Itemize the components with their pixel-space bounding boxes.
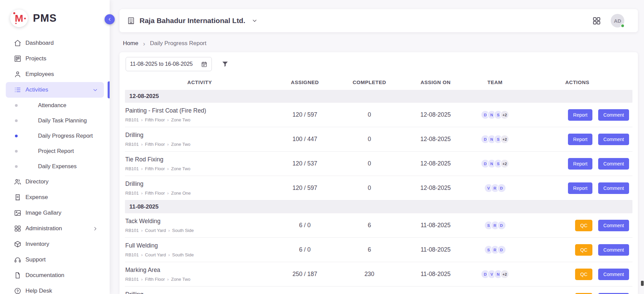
path-part: Zone Two bbox=[171, 142, 190, 147]
team-avatars: DNS+2 bbox=[468, 135, 522, 144]
company-selector[interactable]: Raja Bahadur International Ltd. bbox=[127, 17, 258, 25]
sidebar-item-support[interactable]: Support bbox=[6, 252, 104, 268]
user-avatar[interactable]: AD bbox=[611, 14, 624, 27]
bullet-dot-icon bbox=[15, 165, 18, 168]
path-separator-icon: › bbox=[141, 277, 143, 281]
date-group-header: 12-08-2025 bbox=[125, 90, 632, 103]
avatar-initials: AD bbox=[614, 18, 621, 24]
qc-button[interactable]: QC bbox=[575, 244, 592, 256]
path-separator-icon: › bbox=[141, 228, 143, 233]
sidebar-subitem-daily-task-planning[interactable]: Daily Task Planning bbox=[0, 113, 110, 128]
table-row: Full Welding RB101›Court Yard›South Side… bbox=[125, 238, 632, 262]
activity-path: RB101›Fifth Floor›Zone Two bbox=[125, 277, 268, 282]
sidebar-subitem-label: Attendance bbox=[38, 102, 66, 109]
scrollbar-thumb[interactable] bbox=[641, 281, 644, 286]
sidebar-item-inventory[interactable]: Inventory bbox=[6, 236, 104, 252]
comment-button[interactable]: Comment bbox=[598, 220, 629, 231]
sidebar-item-expense[interactable]: Expense bbox=[6, 190, 104, 205]
comment-button[interactable]: Comment bbox=[598, 158, 629, 170]
row-actions: ReportComment bbox=[522, 109, 632, 121]
sidebar-collapse-button[interactable] bbox=[105, 14, 115, 24]
activity-title: Drilling bbox=[125, 180, 268, 188]
comment-button[interactable]: Comment bbox=[598, 109, 629, 121]
team-avatars: DNS+2 bbox=[468, 110, 522, 119]
report-button[interactable]: Report bbox=[568, 109, 592, 121]
path-separator-icon: › bbox=[168, 253, 170, 257]
sidebar-subitem-daily-progress-report[interactable]: Daily Progress Report bbox=[0, 128, 110, 143]
projects-icon bbox=[14, 55, 21, 62]
online-status-dot bbox=[621, 24, 625, 28]
report-button[interactable]: Report bbox=[568, 158, 592, 170]
administration-icon bbox=[14, 225, 21, 232]
assigned-value: 100 / 447 bbox=[274, 136, 335, 143]
report-button[interactable]: Report bbox=[568, 134, 592, 145]
path-part: RB101 bbox=[125, 191, 139, 196]
team-extra-count[interactable]: +2 bbox=[500, 110, 509, 119]
comment-button[interactable]: Comment bbox=[598, 244, 629, 256]
bullet-dot-icon bbox=[15, 150, 18, 153]
sidebar-item-directory[interactable]: Directory bbox=[6, 174, 104, 190]
qc-button[interactable]: QC bbox=[575, 220, 592, 231]
breadcrumb-separator-icon: › bbox=[143, 40, 145, 47]
group-date: 11-08-2025 bbox=[129, 203, 159, 210]
apps-grid-button[interactable] bbox=[592, 16, 601, 25]
app-title: PMS bbox=[33, 12, 57, 24]
sidebar-item-activities[interactable]: Activities bbox=[6, 82, 104, 98]
sidebar-item-help-desk[interactable]: Help Desk bbox=[6, 283, 104, 294]
activity-title: Full Welding bbox=[125, 242, 268, 249]
sidebar-subitem-project-report[interactable]: Project Report bbox=[0, 143, 110, 159]
path-part: Fifth Floor bbox=[145, 191, 165, 196]
report-card: 11-08-2025 to 16-08-2025 ACTIVITYASSIGNE… bbox=[119, 52, 638, 294]
comment-button[interactable]: Comment bbox=[598, 182, 629, 194]
column-header-activity: ACTIVITY bbox=[125, 79, 274, 85]
qc-button[interactable]: QC bbox=[575, 269, 592, 280]
path-part: RB101 bbox=[125, 277, 139, 282]
sidebar-subitem-daily-expenses[interactable]: Daily Expenses bbox=[0, 159, 110, 174]
helpdesk-icon bbox=[14, 287, 21, 294]
path-part: Fifth Floor bbox=[145, 117, 165, 122]
activity-path: RB101›Court Yard›South Side bbox=[125, 252, 268, 257]
activity-path: RB101›Court Yard›South Side bbox=[125, 228, 268, 233]
comment-button[interactable]: Comment bbox=[598, 293, 629, 294]
path-part: Zone One bbox=[171, 191, 191, 196]
sidebar-item-employees[interactable]: Employees bbox=[6, 66, 104, 82]
date-group-header: 11-08-2025 bbox=[125, 200, 632, 213]
table-row: Drilling RB101›Fifth Floor›Zone Two 120 … bbox=[125, 287, 632, 294]
sidebar-item-documentation[interactable]: Documentation bbox=[6, 268, 104, 283]
team-extra-count[interactable]: +2 bbox=[500, 270, 509, 279]
comment-button[interactable]: Comment bbox=[598, 134, 629, 145]
qc-button[interactable]: QC bbox=[575, 293, 592, 294]
calendar-icon bbox=[201, 61, 207, 67]
path-part: Zone Two bbox=[171, 277, 190, 282]
sidebar-item-image-gallary[interactable]: Image Gallary bbox=[6, 205, 104, 221]
date-range-input[interactable]: 11-08-2025 to 16-08-2025 bbox=[126, 57, 212, 71]
completed-value: 230 bbox=[335, 271, 403, 278]
team-member-avatar: D bbox=[497, 183, 506, 193]
company-name: Raja Bahadur International Ltd. bbox=[140, 17, 245, 25]
path-part: RB101 bbox=[125, 142, 139, 147]
completed-value: 6 bbox=[335, 246, 403, 253]
column-header-assign-on: ASSIGN ON bbox=[403, 79, 468, 85]
sidebar-item-dashboard[interactable]: Dashboard bbox=[6, 35, 104, 51]
sidebar-item-projects[interactable]: Projects bbox=[6, 51, 104, 66]
filter-button[interactable] bbox=[221, 60, 229, 68]
team-member-avatar: D bbox=[497, 245, 506, 254]
column-header-assigned: ASSIGNED bbox=[274, 79, 335, 85]
activity-path: RB101›Fifth Floor›Zone Two bbox=[125, 142, 268, 147]
sidebar-item-administration[interactable]: Administration bbox=[6, 221, 104, 236]
activity-path: RB101›Fifth Floor›Zone One bbox=[125, 191, 268, 196]
comment-button[interactable]: Comment bbox=[598, 269, 629, 280]
path-separator-icon: › bbox=[167, 191, 169, 195]
sidebar-subitem-attendance[interactable]: Attendance bbox=[0, 98, 110, 113]
breadcrumb-home[interactable]: Home bbox=[123, 40, 138, 47]
assigned-value: 120 / 537 bbox=[274, 160, 335, 167]
assigned-value: 120 / 597 bbox=[274, 184, 335, 192]
team-extra-count[interactable]: +2 bbox=[500, 135, 509, 144]
sidebar-item-label: Help Desk bbox=[25, 288, 52, 294]
table-header-row: ACTIVITYASSIGNEDCOMPLETEDASSIGN ONTEAMAC… bbox=[125, 73, 632, 90]
sidebar-item-label: Documentation bbox=[25, 272, 64, 279]
table-row: Drilling RB101›Fifth Floor›Zone Two 100 … bbox=[125, 127, 632, 152]
path-part: RB101 bbox=[125, 166, 139, 171]
report-button[interactable]: Report bbox=[568, 182, 592, 194]
team-extra-count[interactable]: +2 bbox=[500, 159, 509, 168]
